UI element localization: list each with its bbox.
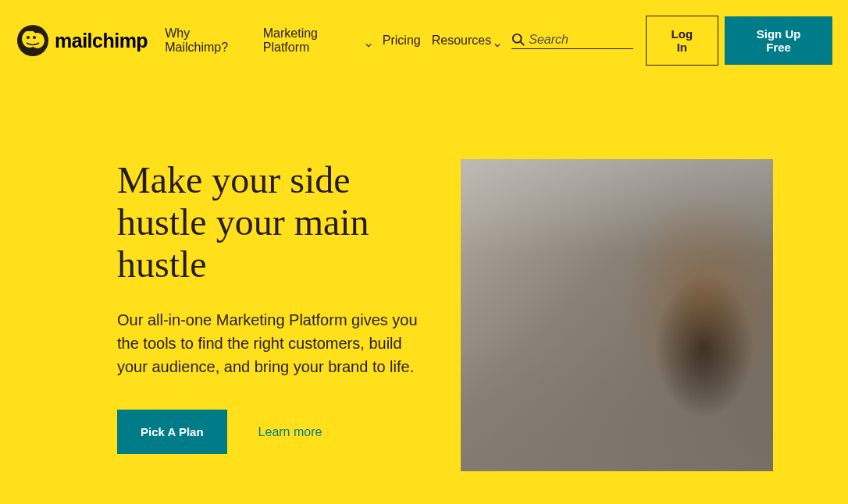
photo-placeholder (461, 159, 773, 471)
pick-plan-button[interactable]: Pick A Plan (117, 410, 227, 454)
svg-point-3 (27, 36, 30, 39)
search-input[interactable] (529, 33, 632, 47)
search-icon (511, 33, 526, 47)
primary-nav: Why Mailchimp? Marketing Platform Pricin… (165, 27, 501, 55)
nav-marketing-platform[interactable]: Marketing Platform (263, 27, 372, 55)
nav-label: Pricing (383, 34, 421, 48)
hero-actions: Pick A Plan Learn more (117, 410, 422, 454)
chevron-down-icon (365, 37, 372, 44)
svg-point-5 (513, 34, 522, 42)
learn-more-link[interactable]: Learn more (258, 425, 322, 439)
hero-title: Make your side hustle your main hustle (117, 159, 422, 285)
nav-label: Marketing Platform (263, 27, 362, 55)
svg-point-4 (33, 36, 36, 39)
hero-content: Make your side hustle your main hustle O… (117, 159, 422, 471)
hero-subtitle: Our all-in-one Marketing Platform gives … (117, 308, 422, 378)
brand-logo[interactable]: mailchimp (16, 23, 148, 58)
nav-resources[interactable]: Resources (432, 34, 501, 48)
hero-image (461, 159, 773, 471)
svg-point-2 (30, 33, 45, 48)
logo-icon (16, 23, 50, 58)
nav-pricing[interactable]: Pricing (383, 34, 421, 48)
chevron-down-icon (494, 37, 501, 44)
site-header: mailchimp Why Mailchimp? Marketing Platf… (0, 0, 848, 66)
hero-section: Make your side hustle your main hustle O… (0, 66, 848, 471)
svg-line-6 (521, 41, 525, 45)
nav-why-mailchimp[interactable]: Why Mailchimp? (165, 27, 252, 55)
nav-label: Why Mailchimp? (165, 27, 252, 55)
login-button[interactable]: Log In (646, 16, 719, 66)
nav-label: Resources (432, 34, 491, 48)
search-bar[interactable] (511, 33, 632, 49)
signup-button[interactable]: Sign Up Free (725, 16, 832, 65)
brand-name: mailchimp (55, 30, 148, 52)
